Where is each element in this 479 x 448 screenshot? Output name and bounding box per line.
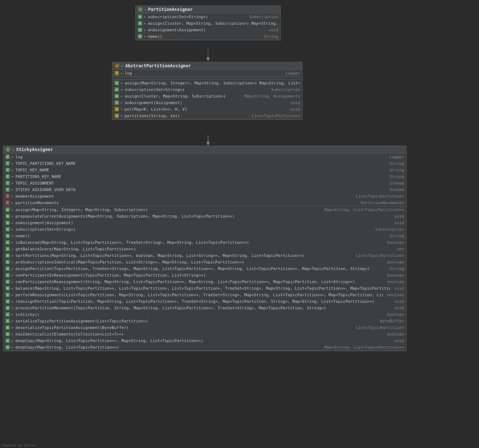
pa-methods-section: m ▪ subscription(Set<String>) Subscripti… bbox=[136, 13, 280, 40]
m-vis-13: m bbox=[5, 286, 10, 290]
sa-m-processmovement: m ▪ processPartitionMovement(TopicPartit… bbox=[3, 305, 406, 311]
m-vis-19: m bbox=[5, 325, 10, 330]
sa-class-name: StickyAssignor bbox=[16, 147, 53, 152]
vis-public-icon-4: m bbox=[138, 34, 142, 39]
svg-marker-3 bbox=[206, 142, 210, 146]
f-vis-7: f bbox=[5, 194, 10, 198]
abstract-icon: A bbox=[115, 63, 120, 68]
m-vis-18: m bbox=[5, 319, 10, 323]
sticky-assignor-box: C ▪ StickyAssignor f ▪ log Logger f ▪ TO… bbox=[3, 146, 407, 351]
sa-m-deepcopy1: m ▪ deepCopy(Map<String, List<TopicParti… bbox=[3, 337, 406, 344]
sa-m-subscription: m ▪ subscription(Set<String>) Subscripti… bbox=[3, 226, 406, 233]
m-vis-6: m bbox=[5, 240, 10, 245]
m-vis-3: m bbox=[5, 221, 10, 225]
m-vis-17: m bbox=[5, 312, 10, 317]
sa-m-hasidentical: m ▪ hasIdenticalListElements(Collection<… bbox=[3, 331, 406, 337]
sa-field-partitions-key: f ▪ PARTITIONS_KEY_NAME String bbox=[3, 173, 406, 180]
vis-public-icon-2: m bbox=[138, 21, 142, 25]
m-vis-16: m bbox=[5, 306, 10, 310]
sa-class-icon: C bbox=[5, 147, 11, 152]
m-vis-21: m bbox=[5, 338, 10, 343]
vis-pub-3: m bbox=[115, 94, 119, 98]
vis-prot-6: m bbox=[115, 114, 119, 118]
f-vis-2: f bbox=[5, 161, 10, 166]
m-vis-11: m bbox=[5, 273, 10, 277]
sa-m-assignpartition: m ▪ assignPartition(TopicPartition, Tree… bbox=[3, 265, 406, 272]
f-vis-3: f bbox=[5, 168, 10, 172]
pa-method-4: m ▪ name() String bbox=[136, 33, 280, 40]
abstract-class-name: AbstractPartitionAssignor bbox=[125, 63, 191, 68]
apa-method-4: m ▪ onAssignment(Assignment) void bbox=[112, 99, 302, 106]
sa-m-performreassignments: m ▪ performReassignments(List<TopicParti… bbox=[3, 292, 406, 298]
pa-method-3: m ▪ onAssignment(Assignment) void bbox=[136, 27, 280, 33]
vis-pub-1: m bbox=[115, 81, 119, 85]
apa-method-6: m ♦ partitions(String, int) List<TopicPa… bbox=[112, 112, 302, 119]
sa-m-onassignment: m ▪ onAssignment(Assignment) void bbox=[3, 219, 406, 226]
f-vis-8: f bbox=[5, 201, 10, 205]
pa-method-2: m ▪ assign(Cluster, Map<String, Subscrip… bbox=[136, 20, 280, 27]
partition-assignor-header: I « PartitionAssignor bbox=[136, 6, 280, 13]
f-vis-6: f bbox=[5, 187, 10, 192]
partition-assignor-box: I « PartitionAssignor m ▪ subscription(S… bbox=[135, 5, 281, 40]
vis-prot-5: m bbox=[115, 107, 119, 111]
m-vis-10: m bbox=[5, 266, 10, 271]
m-vis-9: m bbox=[5, 260, 10, 264]
sa-field-sticky-user-data: f ▪ STICKY_ASSIGNOR_USER_DATA Schema bbox=[3, 186, 406, 193]
apa-method-3: m ▪ assign(Cluster, Map<String, Subscrip… bbox=[112, 93, 302, 99]
apa-field-log: f ▪ log Logger bbox=[112, 70, 302, 76]
sa-field-log: f ▪ log Logger bbox=[3, 154, 406, 160]
sa-field-partition-movements: f ▪ partitionMovements PartitionMovement… bbox=[3, 199, 406, 206]
sa-m-sortpartitions: m ▪ sortPartitions(Map<String, List<Topi… bbox=[3, 252, 406, 259]
sa-m-reassignpartition: m ▪ reassignPartition(TopicPartition, Ma… bbox=[3, 298, 406, 305]
sa-m-issticky: m ▪ isSticky() boolean bbox=[3, 311, 406, 318]
sa-methods-section: m ▪ assign(Map<String, Integer>, Map<Str… bbox=[3, 206, 406, 351]
footer: Powered by yFiles bbox=[0, 443, 38, 448]
m-vis-7: m bbox=[5, 247, 10, 251]
m-vis-12: m bbox=[5, 279, 10, 284]
pa-method-1: m ▪ subscription(Set<String>) Subscripti… bbox=[136, 13, 280, 20]
vis-pub-2: m bbox=[115, 87, 119, 92]
f-vis-4: f bbox=[5, 174, 10, 179]
sa-m-getbalancescore: m ▪ getBalanceScore(Map<String, List<Top… bbox=[3, 246, 406, 252]
apa-method-5: m ♦ put(Map<K, List<V>>, K, V) void bbox=[112, 106, 302, 112]
m-vis-14: m bbox=[5, 293, 10, 297]
stereotype-label: « bbox=[144, 8, 147, 12]
sa-m-deepcopy2: m ▪ deepCopy(Map<String, List<TopicParti… bbox=[3, 344, 406, 350]
m-vis-4: m bbox=[5, 227, 10, 231]
sa-m-deserialize: m ▪ deserializeTopicPartitionAssignment(… bbox=[3, 324, 406, 331]
apa-methods-section: m ▪ assign(Map<String, Integer>, Map<Str… bbox=[112, 80, 302, 119]
sa-m-canparticipate1: m ▪ canParticipateInReassignment(TopicPa… bbox=[3, 272, 406, 278]
m-vis-20: m bbox=[5, 332, 10, 336]
sa-fields-section: f ▪ log Logger f ▪ TOPIC_PARTITIONS_KEY_… bbox=[3, 154, 406, 206]
sa-field-topic-partitions: f ▪ TOPIC_PARTITIONS_KEY_NAME String bbox=[3, 160, 406, 167]
m-vis-15: m bbox=[5, 299, 10, 304]
apa-method-1: m ▪ assign(Map<String, Integer>, Map<Str… bbox=[112, 80, 302, 86]
sa-m-serialize: m ▪ serializeTopicPartitionAssignment(Li… bbox=[3, 318, 406, 324]
vis-prot-icon: f bbox=[115, 71, 119, 75]
sa-m-balance: m ▪ balance(Map<String, List<TopicPartit… bbox=[3, 285, 406, 292]
svg-marker-1 bbox=[206, 58, 210, 61]
sa-m-assign: m ▪ assign(Map<String, Integer>, Map<Str… bbox=[3, 206, 406, 213]
apa-fields-section: f ▪ log Logger bbox=[112, 70, 302, 77]
vis-public-icon: m bbox=[138, 15, 142, 19]
m-vis-2: m bbox=[5, 214, 10, 218]
diagram-container: I « PartitionAssignor m ▪ subscription(S… bbox=[0, 0, 479, 448]
f-vis-1: f bbox=[5, 155, 10, 159]
vis-pub-4: m bbox=[115, 100, 119, 105]
abstract-partition-assignor-box: A ▪ AbstractPartitionAssignor f ▪ log Lo… bbox=[112, 62, 303, 120]
interface-icon: I bbox=[138, 7, 143, 12]
abstract-pa-header: A ▪ AbstractPartitionAssignor bbox=[112, 62, 302, 70]
class-name: PartitionAssignor bbox=[148, 7, 193, 12]
apa-separator bbox=[112, 77, 302, 80]
sa-m-name: m ▪ name() String bbox=[3, 233, 406, 239]
sa-field-topic-assignment: f ▪ TOPIC_ASSIGNMENT Schema bbox=[3, 180, 406, 186]
m-vis-8: m bbox=[5, 253, 10, 258]
m-vis-1: m bbox=[5, 207, 10, 212]
f-vis-5: f bbox=[5, 181, 10, 185]
sa-field-member-assignment: f ▪ memberAssignment List<TopicPartition… bbox=[3, 193, 406, 199]
sa-header: C ▪ StickyAssignor bbox=[3, 146, 406, 154]
sa-field-topic-key: f ▪ TOPIC_KEY_NAME String bbox=[3, 167, 406, 173]
sa-m-aresubsidentical: m ▪ areSubscriptionsIdentical(Map<TopicP… bbox=[3, 259, 406, 265]
sa-m-isbalanced: m ▪ isBalanced(Map<String, List<TopicPar… bbox=[3, 239, 406, 246]
m-vis-22: m bbox=[5, 345, 10, 349]
